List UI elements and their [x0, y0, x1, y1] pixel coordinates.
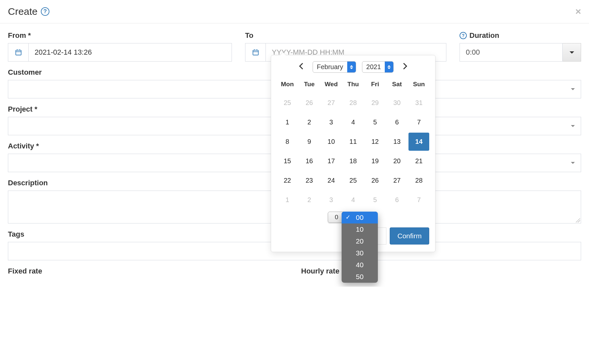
calendar-day[interactable]: 3: [321, 113, 342, 131]
calendar-day[interactable]: 18: [343, 152, 364, 170]
dow-header: Mon: [277, 77, 298, 92]
calendar-day[interactable]: 4: [343, 113, 364, 131]
calendar-day[interactable]: 6: [387, 191, 407, 209]
minute-option[interactable]: 10: [342, 223, 378, 235]
svg-rect-0: [15, 50, 21, 55]
calendar-day[interactable]: 20: [387, 152, 407, 170]
month-select[interactable]: February: [313, 61, 356, 73]
chevron-down-icon: [570, 51, 574, 54]
year-select[interactable]: 2021: [362, 61, 394, 73]
calendar-day[interactable]: 2: [299, 191, 320, 209]
chevron-down-icon: [571, 88, 575, 90]
from-input[interactable]: [28, 43, 232, 62]
calendar-day[interactable]: 7: [408, 191, 429, 209]
calendar-day[interactable]: 5: [365, 191, 385, 209]
calendar-day[interactable]: 28: [408, 171, 429, 190]
calendar-day[interactable]: 25: [277, 94, 298, 112]
dow-header: Wed: [321, 77, 342, 92]
calendar-day[interactable]: 8: [277, 133, 298, 151]
from-label: From *: [8, 31, 232, 40]
datepicker-popup: February 2021 MonTueWedThuFriSatSun25262…: [271, 55, 435, 252]
calendar-day[interactable]: 28: [343, 94, 364, 112]
minute-dropdown[interactable]: 001020304050: [342, 212, 378, 283]
chevron-down-icon: [571, 125, 575, 127]
close-icon[interactable]: ×: [575, 6, 581, 17]
dow-header: Fri: [365, 77, 385, 92]
calendar-day[interactable]: 29: [365, 94, 385, 112]
calendar-day[interactable]: 21: [408, 152, 429, 170]
calendar-day[interactable]: 13: [387, 133, 407, 151]
calendar-day[interactable]: 10: [321, 133, 342, 151]
calendar-day[interactable]: 3: [321, 191, 342, 209]
fixed-rate-label: Fixed rate: [8, 267, 288, 275]
calendar-icon[interactable]: [8, 43, 28, 62]
dow-header: Sat: [387, 77, 407, 92]
dow-header: Sun: [408, 77, 429, 92]
month-value: February: [313, 62, 347, 72]
calendar-day[interactable]: 1: [277, 191, 298, 209]
confirm-button[interactable]: Confirm: [390, 227, 429, 245]
calendar-day[interactable]: 6: [387, 113, 407, 131]
calendar-day[interactable]: 27: [387, 171, 407, 190]
duration-dropdown-button[interactable]: [563, 43, 581, 62]
calendar-day[interactable]: 19: [365, 152, 385, 170]
calendar-day[interactable]: 26: [365, 171, 385, 190]
calendar-day[interactable]: 1: [277, 113, 298, 131]
calendar-day[interactable]: 25: [343, 171, 364, 190]
help-icon[interactable]: ?: [41, 7, 49, 16]
calendar-day[interactable]: 14: [408, 133, 429, 151]
calendar-day[interactable]: 22: [277, 171, 298, 190]
minute-option[interactable]: 40: [342, 259, 378, 271]
duration-label: Duration: [469, 31, 499, 40]
hour-value: 0: [335, 214, 338, 221]
calendar-day[interactable]: 27: [321, 94, 342, 112]
modal-title: Create: [8, 6, 38, 17]
calendar-day[interactable]: 17: [321, 152, 342, 170]
minute-option[interactable]: 50: [342, 271, 378, 283]
svg-rect-4: [253, 50, 258, 55]
minute-option[interactable]: 00: [342, 212, 378, 223]
calendar-day[interactable]: 2: [299, 113, 320, 131]
calendar-day[interactable]: 12: [365, 133, 385, 151]
calendar-day[interactable]: 23: [299, 171, 320, 190]
calendar-day[interactable]: 31: [408, 94, 429, 112]
minute-option[interactable]: 30: [342, 247, 378, 259]
calendar-day[interactable]: 4: [343, 191, 364, 209]
prev-month-button[interactable]: [295, 62, 307, 73]
calendar-day[interactable]: 24: [321, 171, 342, 190]
calendar-day[interactable]: 7: [408, 113, 429, 131]
year-value: 2021: [362, 62, 385, 72]
chevron-down-icon: [571, 162, 575, 164]
calendar-day[interactable]: 5: [365, 113, 385, 131]
calendar-day[interactable]: 16: [299, 152, 320, 170]
calendar-day[interactable]: 11: [343, 133, 364, 151]
calendar-day[interactable]: 9: [299, 133, 320, 151]
calendar-day[interactable]: 26: [299, 94, 320, 112]
next-month-button[interactable]: [400, 62, 411, 73]
duration-input[interactable]: [460, 43, 563, 62]
to-label: To: [245, 31, 446, 40]
minute-option[interactable]: 20: [342, 235, 378, 247]
dow-header: Tue: [299, 77, 320, 92]
calendar-day[interactable]: 15: [277, 152, 298, 170]
calendar-day[interactable]: 30: [387, 94, 407, 112]
help-icon[interactable]: ?: [460, 32, 467, 39]
dow-header: Thu: [343, 77, 364, 92]
calendar-icon[interactable]: [245, 43, 266, 62]
